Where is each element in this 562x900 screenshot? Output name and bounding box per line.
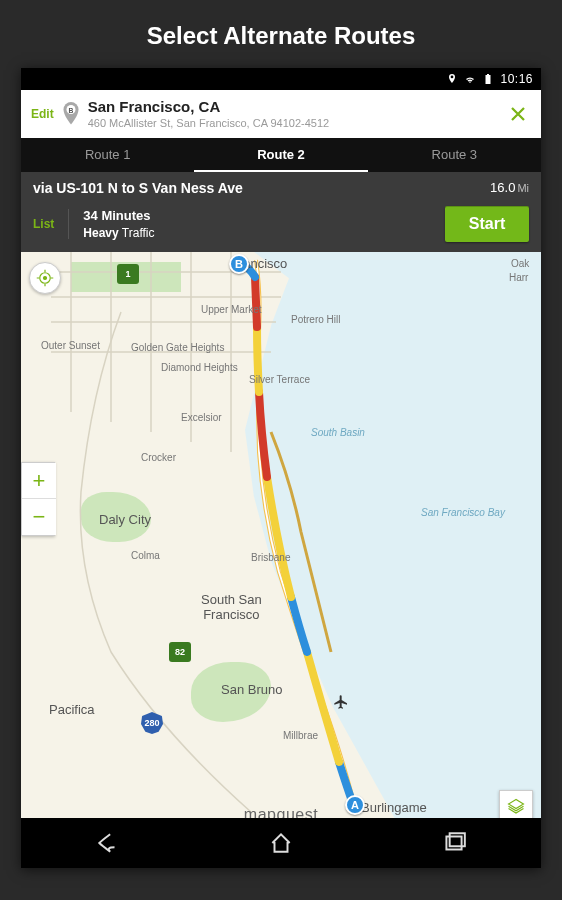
tab-route-1[interactable]: Route 1 bbox=[21, 138, 194, 172]
close-button[interactable] bbox=[505, 101, 531, 127]
home-icon[interactable] bbox=[268, 830, 294, 856]
status-bar: 10:16 bbox=[21, 68, 541, 90]
route-via-text: via US-101 N to S Van Ness Ave bbox=[33, 180, 529, 196]
shield-us-1: 1 bbox=[117, 264, 139, 284]
label-area: Millbrae bbox=[283, 730, 318, 741]
label-area: Silver Terrace bbox=[249, 374, 310, 385]
label-area: Oak bbox=[511, 258, 529, 269]
label-area: Potrero Hill bbox=[291, 314, 340, 325]
phone-frame: 10:16 Edit B San Francisco, CA 460 McAll… bbox=[21, 68, 541, 868]
label-area: Colma bbox=[131, 550, 160, 561]
label-area: Diamond Heights bbox=[161, 362, 238, 373]
route-minutes: 34 Minutes bbox=[83, 207, 431, 225]
zoom-control: + − bbox=[21, 462, 55, 536]
label-area: Golden Gate Heights bbox=[131, 342, 224, 353]
label-area: Harr bbox=[509, 272, 528, 283]
battery-icon bbox=[482, 73, 494, 85]
zoom-out-button[interactable]: − bbox=[22, 499, 56, 535]
airplane-icon bbox=[333, 694, 349, 710]
label-area: Outer Sunset bbox=[41, 340, 100, 351]
route-traffic: Heavy Traffic bbox=[83, 225, 431, 241]
label-area: Excelsior bbox=[181, 412, 222, 423]
clock: 10:16 bbox=[500, 72, 533, 86]
route-summary: via US-101 N to S Van Ness Ave 16.0Mi Li… bbox=[21, 172, 541, 252]
page-title: Select Alternate Routes bbox=[0, 0, 562, 68]
svg-rect-4 bbox=[447, 837, 462, 850]
label-city: Pacifica bbox=[49, 702, 95, 717]
tab-route-2[interactable]: Route 2 bbox=[194, 138, 367, 172]
label-city: Daly City bbox=[99, 512, 151, 527]
edit-button[interactable]: Edit bbox=[31, 107, 54, 121]
svg-rect-5 bbox=[450, 833, 465, 846]
label-city: San Bruno bbox=[221, 682, 282, 697]
label-water: San Francisco Bay bbox=[421, 507, 505, 518]
label-area: Brisbane bbox=[251, 552, 290, 563]
svg-point-3 bbox=[44, 277, 47, 280]
marker-a[interactable]: A bbox=[345, 795, 365, 815]
destination-bar: Edit B San Francisco, CA 460 McAllister … bbox=[21, 90, 541, 138]
shield-us-82: 82 bbox=[169, 642, 191, 662]
destination-city: San Francisco, CA bbox=[88, 99, 497, 116]
map-canvas[interactable]: Francisco Upper Market Potrero Hill Oute… bbox=[21, 252, 541, 836]
label-city: South San Francisco bbox=[201, 592, 262, 622]
zoom-in-button[interactable]: + bbox=[22, 463, 56, 499]
recent-icon[interactable] bbox=[441, 830, 467, 856]
label-area: Crocker bbox=[141, 452, 176, 463]
android-navbar bbox=[21, 818, 541, 868]
route-tabs: Route 1 Route 2 Route 3 bbox=[21, 138, 541, 172]
start-button[interactable]: Start bbox=[445, 206, 529, 242]
wifi-icon bbox=[464, 73, 476, 85]
back-icon[interactable] bbox=[95, 830, 121, 856]
label-water: South Basin bbox=[311, 427, 365, 438]
destination-address: 460 McAllister St, San Francisco, CA 941… bbox=[88, 117, 497, 129]
locate-button[interactable] bbox=[29, 262, 61, 294]
marker-b[interactable]: B bbox=[229, 254, 249, 274]
tab-route-3[interactable]: Route 3 bbox=[368, 138, 541, 172]
destination-pin-icon: B bbox=[62, 102, 80, 126]
label-area: Upper Market bbox=[201, 304, 262, 315]
route-distance: 16.0Mi bbox=[490, 180, 529, 195]
label-city: Burlingame bbox=[361, 800, 427, 815]
svg-text:B: B bbox=[68, 107, 73, 114]
list-button[interactable]: List bbox=[33, 217, 54, 231]
location-pin-icon bbox=[446, 73, 458, 85]
divider bbox=[68, 209, 69, 239]
